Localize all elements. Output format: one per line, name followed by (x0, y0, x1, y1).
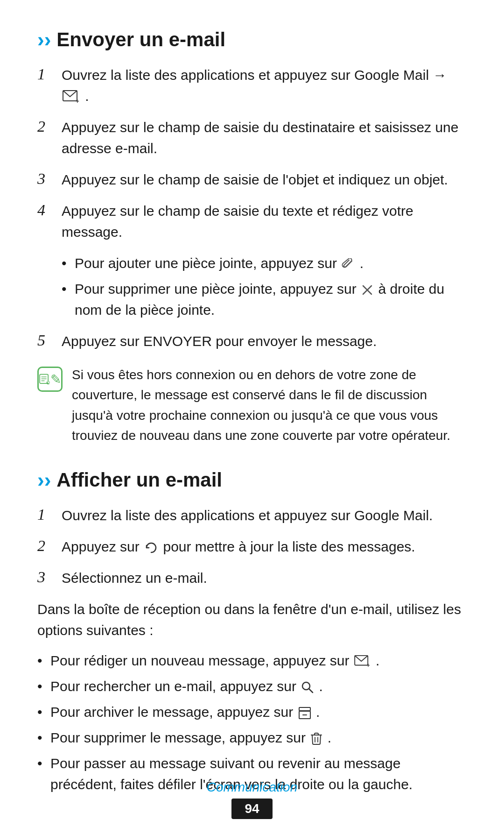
section-title-afficher: ›› Afficher un e-mail (37, 468, 467, 492)
option-archive: Pour archiver le message, appuyez sur . (37, 701, 467, 722)
section-envoyer: ›› Envoyer un e-mail 1 Ouvrez la liste d… (37, 28, 467, 446)
step-number-3: 3 (37, 169, 62, 188)
step-5: 5 Appuyez sur ENVOYER pour envoyer le me… (37, 331, 467, 352)
afficher-step-number-2: 2 (37, 536, 62, 555)
step-2: 2 Appuyez sur le champ de saisie du dest… (37, 117, 467, 159)
dot-after-icon: . (85, 88, 89, 104)
svg-text:✎: ✎ (47, 381, 50, 384)
step-3: 3 Appuyez sur le champ de saisie de l'ob… (37, 169, 467, 190)
step4-bullets: Pour ajouter une pièce jointe, appuyez s… (62, 253, 467, 320)
afficher-step-number-3: 3 (37, 567, 62, 586)
option-delete: Pour supprimer le message, appuyez sur . (37, 727, 467, 748)
step-1: 1 Ouvrez la liste des applications et ap… (37, 64, 467, 106)
note-icon: ✎ (37, 367, 63, 392)
footer-category: Communication (0, 780, 504, 795)
chevron-icon-2: ›› (37, 468, 51, 492)
refresh-icon (143, 539, 163, 554)
svg-rect-14 (299, 707, 310, 711)
afficher-step-2: 2 Appuyez sur pour mettre à jour la list… (37, 536, 467, 557)
note-box: ✎ Si vous êtes hors connexion ou en deho… (37, 365, 467, 446)
afficher-step-text-1: Ouvrez la liste des applications et appu… (62, 505, 467, 526)
step-4: 4 Appuyez sur le champ de saisie du text… (37, 200, 467, 242)
bullet-remove-attach: Pour supprimer une pièce jointe, appuyez… (62, 278, 467, 320)
svg-text:+: + (366, 662, 370, 668)
step-number-1: 1 (37, 64, 62, 83)
step-text-3: Appuyez sur le champ de saisie de l'obje… (62, 169, 467, 190)
option-compose: Pour rédiger un nouveau message, appuyez… (37, 650, 467, 671)
step-text-2: Appuyez sur le champ de saisie du destin… (62, 117, 467, 159)
x-mark-icon (360, 281, 378, 297)
bullet-attach: Pour ajouter une pièce jointe, appuyez s… (62, 253, 467, 274)
chevron-icon: ›› (37, 28, 51, 51)
afficher-step-text-3: Sélectionnez un e-mail. (62, 567, 467, 588)
note-text: Si vous êtes hors connexion ou en dehors… (72, 365, 467, 446)
svg-line-13 (309, 689, 313, 693)
mail-compose-icon-2: + (353, 653, 376, 668)
section-afficher: ›› Afficher un e-mail 1 Ouvrez la liste … (37, 468, 467, 795)
options-paragraph: Dans la boîte de réception ou dans la fe… (37, 599, 467, 641)
paperclip-icon (341, 255, 359, 271)
trash-icon (309, 730, 327, 745)
search-icon (300, 679, 319, 694)
step-text-5: Appuyez sur ENVOYER pour envoyer le mess… (62, 331, 467, 352)
footer-page-number: 94 (231, 799, 272, 819)
svg-text:+: + (76, 98, 79, 104)
afficher-step-3: 3 Sélectionnez un e-mail. (37, 567, 467, 588)
section-title-envoyer: ›› Envoyer un e-mail (37, 28, 467, 51)
option-search: Pour rechercher un e-mail, appuyez sur . (37, 676, 467, 697)
step-text-4: Appuyez sur le champ de saisie du texte … (62, 200, 467, 242)
options-list: Pour rédiger un nouveau message, appuyez… (37, 650, 467, 795)
mail-compose-icon-1: + (62, 88, 85, 104)
step-number-5: 5 (37, 331, 62, 349)
step-text-1: Ouvrez la liste des applications et appu… (62, 64, 467, 106)
footer: Communication 94 (0, 780, 504, 819)
archive-icon (297, 704, 316, 720)
afficher-step-1: 1 Ouvrez la liste des applications et ap… (37, 505, 467, 526)
afficher-step-number-1: 1 (37, 505, 62, 523)
step-number-4: 4 (37, 200, 62, 219)
step-number-2: 2 (37, 117, 62, 135)
afficher-step-text-2: Appuyez sur pour mettre à jour la liste … (62, 536, 467, 557)
